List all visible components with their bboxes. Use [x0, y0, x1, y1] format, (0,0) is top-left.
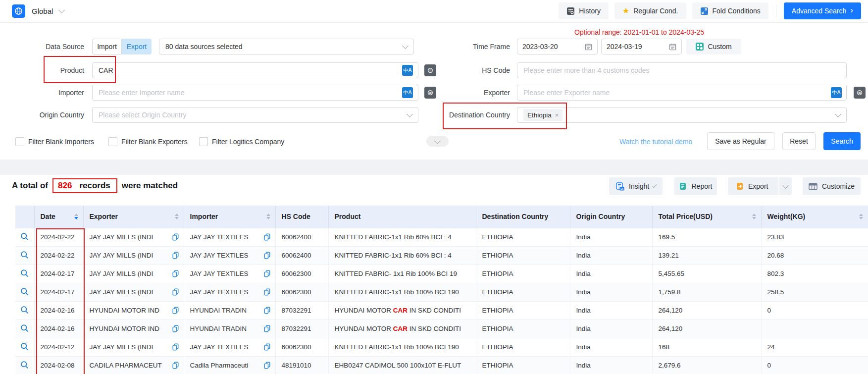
- record-count: 826: [58, 181, 72, 191]
- checkbox-icon[interactable]: [108, 137, 117, 146]
- results-table: Date Exporter Importer HS Code Product D…: [15, 206, 868, 374]
- copy-icon[interactable]: [264, 270, 270, 277]
- collapse-form-button[interactable]: [426, 136, 449, 147]
- svg-text:BI: BI: [620, 187, 623, 190]
- importer-cell: Cadila Pharmaceuti: [184, 356, 275, 374]
- header-destination-country: Destination Country: [476, 206, 570, 228]
- copy-icon[interactable]: [264, 252, 270, 259]
- origin-cell: India: [570, 265, 652, 283]
- origin-cell: India: [570, 246, 652, 265]
- table-row: 2024-02-22 JAY JAY MILLS (INDI JAY JAY T…: [15, 228, 868, 246]
- filter-logistics-company-checkbox[interactable]: Filter Logitics Company: [199, 137, 284, 146]
- region-selector[interactable]: Global: [12, 4, 64, 18]
- report-button[interactable]: Report: [674, 177, 717, 195]
- copy-icon[interactable]: [172, 252, 179, 259]
- exporter-cell: CADILA PHARMACEUT: [83, 356, 184, 374]
- search-icon[interactable]: [20, 232, 29, 241]
- copy-icon[interactable]: [264, 325, 270, 332]
- copy-icon[interactable]: [172, 343, 179, 351]
- sort-icon: [752, 214, 756, 219]
- translate-icon[interactable]: 中A: [402, 65, 413, 76]
- origin-cell: India: [570, 283, 652, 301]
- hs-code-input[interactable]: [517, 62, 847, 78]
- close-icon[interactable]: ×: [555, 111, 559, 119]
- checkbox-icon[interactable]: [15, 137, 24, 146]
- search-icon[interactable]: [20, 287, 29, 296]
- data-source-select[interactable]: 80 data sources selected: [159, 39, 414, 54]
- advanced-search-button[interactable]: Advanced Search ›: [784, 2, 861, 19]
- copy-icon[interactable]: [172, 307, 179, 314]
- destination-cell: ETHIOPIA: [476, 356, 570, 374]
- header-origin-country: Origin Country: [570, 206, 652, 228]
- origin-cell: India: [570, 356, 652, 374]
- globe-logo-icon: [12, 4, 25, 18]
- detail-cell: [15, 228, 34, 246]
- translate-icon[interactable]: 中A: [831, 87, 842, 98]
- checkbox-icon[interactable]: [199, 137, 208, 146]
- custom-range-button[interactable]: Custom: [686, 39, 741, 54]
- copy-icon[interactable]: [172, 270, 179, 277]
- header-weight[interactable]: Weight(KG): [761, 206, 868, 228]
- export-tab[interactable]: Export: [122, 39, 152, 54]
- header-exporter[interactable]: Exporter: [83, 206, 184, 228]
- summary-prefix: A total of: [12, 181, 48, 191]
- sort-icon: [266, 214, 270, 219]
- product-cell: KNITTED FABRIC-1x1 Rib 100% BCI 190: [328, 338, 476, 356]
- header-importer[interactable]: Importer: [184, 206, 275, 228]
- search-icon[interactable]: [20, 269, 29, 277]
- detail-cell: [15, 338, 34, 356]
- copy-icon[interactable]: [264, 362, 270, 369]
- product-cell: KNITTED FABRIC-1x1 Rib 100% BCI 190: [328, 283, 476, 301]
- hs-code-cell: 60062300: [275, 338, 328, 356]
- header-date[interactable]: Date: [34, 206, 83, 228]
- filter-blank-exporters-checkbox[interactable]: Filter Blank Exporters: [108, 137, 188, 146]
- copy-icon[interactable]: [264, 288, 270, 296]
- fold-conditions-label: Fold Conditions: [713, 7, 761, 15]
- customize-button[interactable]: Customize: [803, 177, 861, 195]
- tutorial-link[interactable]: Watch the tutorial demo: [619, 138, 692, 146]
- topbar: Global History ★ Regular Cond. Fold Cond…: [0, 0, 868, 23]
- fold-conditions-button[interactable]: Fold Conditions: [692, 2, 768, 19]
- grid-icon: [696, 43, 704, 51]
- calendar-icon: [669, 43, 676, 51]
- copy-icon[interactable]: [264, 233, 270, 241]
- history-button[interactable]: History: [559, 2, 609, 19]
- search-icon[interactable]: [20, 251, 29, 259]
- save-as-regular-button[interactable]: Save as Regular: [707, 132, 774, 150]
- product-input[interactable]: [92, 62, 418, 78]
- search-icon[interactable]: [20, 324, 29, 332]
- copy-icon[interactable]: [172, 233, 179, 241]
- copy-icon[interactable]: [172, 325, 179, 332]
- search-icon[interactable]: [20, 361, 29, 369]
- date-cell: 2024-02-08: [34, 356, 83, 374]
- search-icon[interactable]: [20, 342, 29, 351]
- header-total-price[interactable]: Total Price(USD): [652, 206, 761, 228]
- date-start-picker[interactable]: 2023-03-20: [517, 39, 598, 54]
- fold-icon: [700, 7, 709, 15]
- translate-icon[interactable]: 中A: [402, 87, 413, 98]
- origin-country-select[interactable]: Please select Origin Country: [92, 107, 418, 123]
- export-button[interactable]: Export: [728, 177, 774, 195]
- time-frame-label: Time Frame: [426, 39, 510, 54]
- date-end-picker[interactable]: 2024-03-19: [601, 39, 682, 54]
- history-icon: [566, 7, 575, 15]
- arrow-right-icon: ›: [850, 5, 853, 15]
- import-tab[interactable]: Import: [92, 39, 122, 54]
- exporter-input[interactable]: [517, 85, 847, 101]
- copy-icon[interactable]: [172, 362, 179, 369]
- destination-country-select[interactable]: Ethiopia ×: [517, 107, 847, 123]
- search-icon[interactable]: [20, 306, 29, 314]
- regular-cond-button[interactable]: ★ Regular Cond.: [614, 2, 686, 19]
- copy-icon[interactable]: [172, 288, 179, 296]
- insight-button[interactable]: BI Insight: [609, 177, 663, 195]
- weight-cell: 24: [761, 338, 868, 356]
- copy-icon[interactable]: [264, 343, 270, 351]
- exact-match-icon[interactable]: ⊜: [854, 87, 866, 99]
- search-button[interactable]: Search: [823, 132, 861, 150]
- export-options-button[interactable]: [778, 177, 792, 195]
- filter-blank-importers-checkbox[interactable]: Filter Blank Importers: [15, 137, 94, 146]
- copy-icon[interactable]: [264, 307, 270, 314]
- reset-button[interactable]: Reset: [782, 132, 816, 150]
- detail-cell: [15, 356, 34, 374]
- importer-input[interactable]: [92, 85, 418, 101]
